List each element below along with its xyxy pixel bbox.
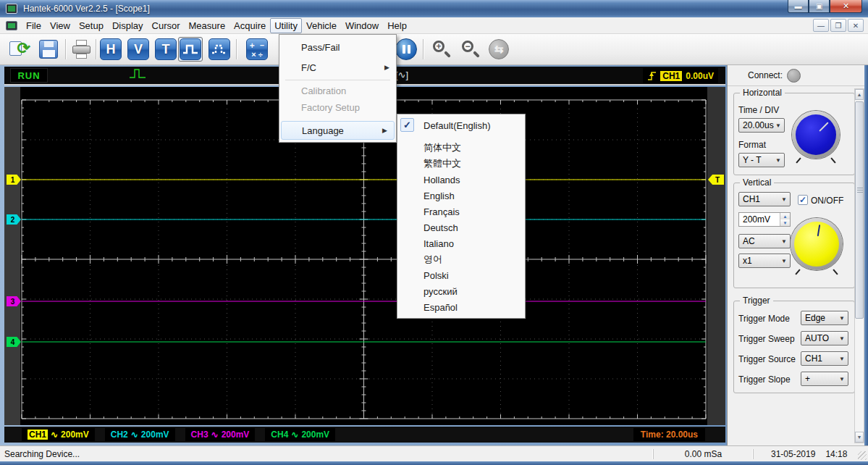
language-item-russian[interactable]: русский xyxy=(397,283,525,299)
open-file-icon: ⟳ xyxy=(9,40,28,59)
language-item-polski[interactable]: Polski xyxy=(397,267,525,283)
language-item-deutsch[interactable]: Deutsch xyxy=(397,219,525,235)
panel-scrollbar[interactable]: ▲ ▼ xyxy=(854,88,864,443)
pause-button[interactable] xyxy=(394,37,418,62)
close-button[interactable]: ✕ xyxy=(830,0,862,13)
trigger-slope-select[interactable]: +▼ xyxy=(801,372,848,386)
trigger-icon: T xyxy=(155,38,177,60)
vertical-icon: V xyxy=(127,38,149,60)
menu-display[interactable]: Display xyxy=(108,18,148,33)
waveform-view-icon[interactable]: [∿] xyxy=(395,70,408,80)
vertical-knob[interactable] xyxy=(791,218,843,270)
language-item-italiano[interactable]: Italiano xyxy=(397,235,525,251)
app-icon xyxy=(6,4,17,14)
horizontal-knob[interactable] xyxy=(792,111,840,159)
vertical-channel-select[interactable]: CH1▼ xyxy=(738,192,791,206)
channel4-readout[interactable]: CH4 ∿ 200mV xyxy=(265,428,335,441)
mdi-restore-button[interactable]: ❐ xyxy=(830,19,846,32)
channel1-readout[interactable]: CH1 ∿ 200mV xyxy=(22,428,95,441)
format-select[interactable]: Y - T▼ xyxy=(738,153,785,167)
trigger-readout: CH1 0.00uV xyxy=(643,68,718,83)
menu-spacer xyxy=(285,118,390,119)
print-button[interactable] xyxy=(69,37,94,62)
maximize-button[interactable]: ▣ xyxy=(809,0,830,13)
vertical-group: Vertical CH1▼ ✓ ON/OFF 200mV ▲▼ AC▼ x1▼ xyxy=(733,183,855,288)
trigger-channel-badge: CH1 xyxy=(660,71,682,81)
trigger-mode-select[interactable]: Edge▼ xyxy=(801,311,848,325)
channel1-coupling-icon: ∿ xyxy=(51,430,58,440)
mdi-minimize-button[interactable]: — xyxy=(813,19,829,32)
save-button[interactable] xyxy=(36,37,61,62)
trigger-edge-icon xyxy=(647,70,657,82)
pulse-button[interactable] xyxy=(178,37,203,62)
refresh-button[interactable]: ⇆ xyxy=(486,37,511,62)
channel-bar: CH1 ∿ 200mV CH2 ∿ 200mV CH3 ∿ 200mV CH4 … xyxy=(4,427,725,443)
volts-div-spinner[interactable]: 200mV ▲▼ xyxy=(738,212,791,227)
horizontal-group: Horizontal Time / DIV 20.00us▼ Format Y … xyxy=(733,93,855,175)
checkmark-icon: ✓ xyxy=(400,118,414,132)
mdi-close-button[interactable]: ✕ xyxy=(848,19,864,32)
language-item-korean[interactable]: 영어 xyxy=(397,251,525,267)
channel-onoff-checkbox[interactable]: ✓ xyxy=(798,195,808,205)
language-item-francais[interactable]: Français xyxy=(397,204,525,219)
connect-label: Connect: xyxy=(748,70,783,80)
language-item-hollands[interactable]: Hollands xyxy=(397,172,525,188)
coupling-select[interactable]: AC▼ xyxy=(738,234,791,248)
pulse-train-button[interactable] xyxy=(207,37,232,62)
scope1-window-icon[interactable] xyxy=(6,21,17,30)
menu-utility[interactable]: Utility xyxy=(270,18,302,33)
channel3-coupling-icon: ∿ xyxy=(211,430,219,440)
scroll-down-icon[interactable]: ▼ xyxy=(855,432,864,443)
menu-setup[interactable]: Setup xyxy=(75,18,108,33)
zoom-out-button[interactable]: − xyxy=(458,37,482,62)
probe-select[interactable]: x1▼ xyxy=(738,254,791,268)
menu-item-language[interactable]: Language▶ xyxy=(281,121,395,140)
menu-measure[interactable]: Measure xyxy=(185,18,230,33)
menu-vehicle[interactable]: Vehicle xyxy=(302,18,341,33)
menu-item-factory-setup[interactable]: Factory Setup xyxy=(279,99,396,116)
time-div-select[interactable]: 20.00us▼ xyxy=(738,118,785,133)
spinner-up-icon[interactable]: ▲ xyxy=(780,213,790,219)
language-item-default-english[interactable]: ✓ Default(English) xyxy=(397,117,525,133)
control-panel: Connect: Horizontal Time / DIV 20.00us▼ … xyxy=(727,65,864,445)
minimize-button[interactable]: ▬ xyxy=(788,0,809,13)
menu-acquire[interactable]: Acquire xyxy=(229,18,270,33)
menu-item-calibration[interactable]: Calibration xyxy=(279,83,396,99)
spinner-down-icon[interactable]: ▼ xyxy=(780,219,790,226)
math-button[interactable]: ＋ －× ÷ xyxy=(245,37,269,62)
channel3-label: CH3 xyxy=(191,430,208,440)
resize-grip[interactable] xyxy=(858,451,867,460)
menu-item-pass-fail[interactable]: Pass/Fail xyxy=(279,37,396,57)
menu-bar: File View Setup Display Cursor Measure A… xyxy=(0,17,868,34)
menu-item-fc[interactable]: F/C▶ xyxy=(279,57,396,78)
menu-window[interactable]: Window xyxy=(341,18,383,33)
trigger-menu-button[interactable]: T xyxy=(153,37,178,62)
status-date: 31-05-2019 xyxy=(771,449,815,459)
vertical-group-title: Vertical xyxy=(740,177,774,188)
trigger-sweep-select[interactable]: AUTO▼ xyxy=(801,331,848,345)
vertical-menu-button[interactable]: V xyxy=(126,37,151,62)
menu-view[interactable]: View xyxy=(46,18,75,33)
channel2-readout[interactable]: CH2 ∿ 200mV xyxy=(105,428,175,441)
chevron-down-icon: ▼ xyxy=(839,356,845,362)
menu-cursor[interactable]: Cursor xyxy=(148,18,185,33)
chevron-down-icon: ▼ xyxy=(839,335,845,342)
window-title: Hantek-6000 Ver2.2.5 - [Scope1] xyxy=(23,4,150,14)
run-status[interactable]: RUN xyxy=(10,68,48,83)
menu-file[interactable]: File xyxy=(22,18,46,33)
horizontal-menu-button[interactable]: H xyxy=(98,37,123,62)
format-label: Format xyxy=(738,140,766,150)
trigger-source-select[interactable]: CH1▼ xyxy=(801,351,848,366)
channel3-readout[interactable]: CH3 ∿ 200mV xyxy=(185,428,256,441)
scrollbar-thumb[interactable] xyxy=(855,101,864,319)
language-item-english[interactable]: English xyxy=(397,188,525,204)
toolbar: ⟳ H V T ＋ －× ÷ xyxy=(0,34,868,65)
connect-row: Connect: xyxy=(728,65,865,86)
zoom-in-button[interactable]: + xyxy=(429,37,453,62)
language-item-espanol[interactable]: Español xyxy=(397,299,525,315)
open-button[interactable]: ⟳ xyxy=(6,37,30,62)
language-item-simplified-chinese[interactable]: 简体中文 xyxy=(397,140,525,156)
menu-help[interactable]: Help xyxy=(383,18,411,33)
scroll-up-icon[interactable]: ▲ xyxy=(855,89,864,100)
language-item-traditional-chinese[interactable]: 繁體中文 xyxy=(397,156,525,172)
